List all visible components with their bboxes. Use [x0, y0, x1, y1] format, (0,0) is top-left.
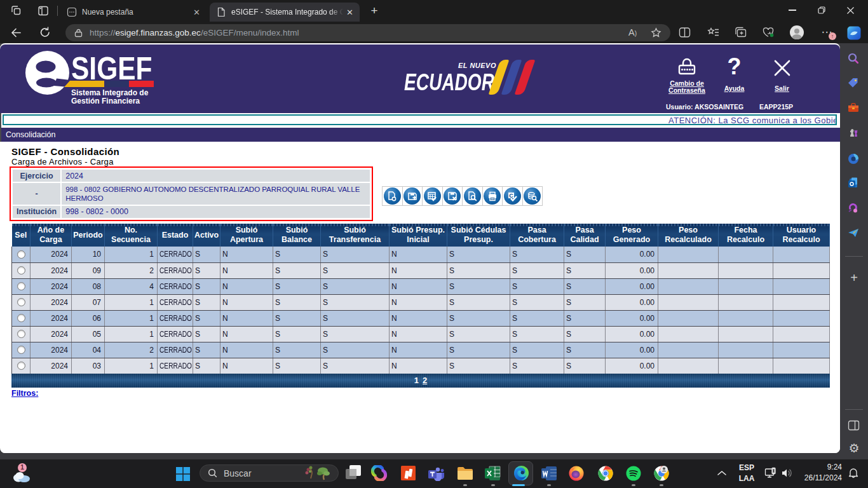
svg-text:C: C: [510, 192, 514, 198]
